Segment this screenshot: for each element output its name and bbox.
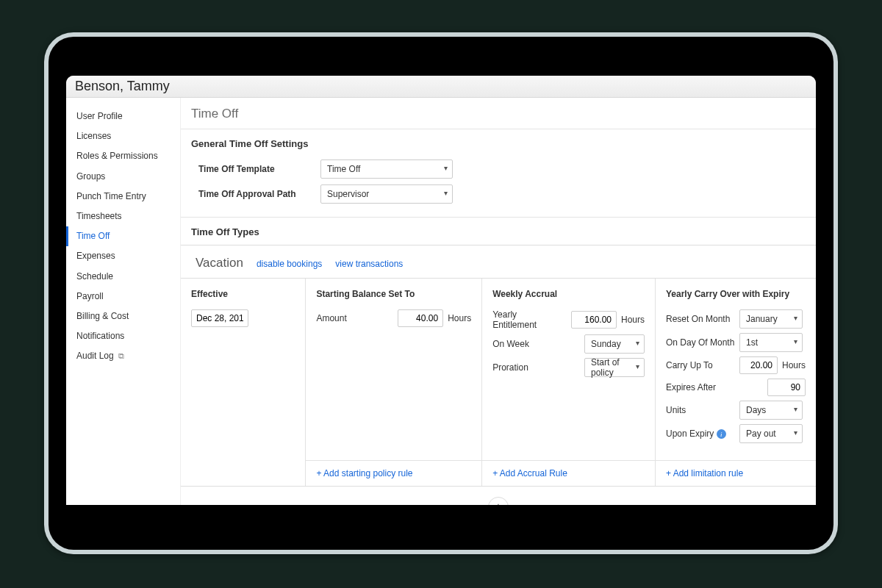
- amount-unit: Hours: [448, 313, 471, 323]
- title-bar: Benson, Tammy: [66, 76, 816, 98]
- upon-expiry-select[interactable]: Pay out: [739, 424, 803, 443]
- entitlement-unit: Hours: [621, 315, 645, 325]
- sidebar-item-notifications[interactable]: Notifications: [66, 326, 180, 346]
- effective-column: Effective: [181, 279, 306, 486]
- sidebar-item-roles-permissions[interactable]: Roles & Permissions: [66, 146, 180, 166]
- carryover-column: Yearly Carry Over with Expiry Reset On M…: [656, 279, 816, 486]
- external-link-icon: ⧉: [118, 350, 124, 363]
- entitlement-input[interactable]: [571, 311, 617, 329]
- approval-path-label: Time Off Approval Path: [198, 189, 313, 199]
- template-label: Time Off Template: [198, 164, 313, 174]
- carry-up-to-input[interactable]: [739, 356, 778, 374]
- vacation-title: Vacation: [196, 256, 243, 270]
- sidebar-item-punch-time-entry[interactable]: Punch Time Entry: [66, 187, 180, 207]
- entitlement-label: Yearly Entitlement: [492, 309, 560, 330]
- sidebar-item-audit-log[interactable]: Audit Log ⧉: [66, 346, 180, 366]
- upon-expiry-label: Upon Expiry i: [666, 429, 735, 440]
- amount-label: Amount: [316, 313, 346, 323]
- user-name: Benson, Tammy: [75, 79, 170, 94]
- day-of-month-select[interactable]: 1st: [739, 333, 803, 352]
- effective-date-input[interactable]: [191, 309, 248, 327]
- general-settings-heading: General Time Off Settings: [181, 129, 816, 157]
- page-title: Time Off: [181, 107, 816, 129]
- add-type-button[interactable]: +: [488, 497, 509, 505]
- day-of-month-label: On Day Of Month: [666, 337, 735, 348]
- reset-month-label: Reset On Month: [666, 314, 735, 324]
- sidebar-item-licenses[interactable]: Licenses: [66, 126, 180, 146]
- add-accrual-rule-link[interactable]: + Add Accrual Rule: [482, 460, 655, 486]
- accrual-column: Weekly Accrual Yearly Entitlement Hours …: [482, 279, 656, 486]
- template-select[interactable]: Time Off: [320, 159, 453, 179]
- approval-path-select[interactable]: Supervisor: [320, 184, 453, 204]
- sidebar-item-billing-cost[interactable]: Billing & Cost: [66, 306, 180, 326]
- expires-after-input[interactable]: [767, 379, 806, 396]
- reset-month-select[interactable]: January: [739, 309, 803, 329]
- vacation-panel: Vacation disable bookings view transacti…: [181, 245, 816, 505]
- sidebar: User Profile Licenses Roles & Permission…: [66, 98, 181, 505]
- disable-bookings-link[interactable]: disable bookings: [257, 259, 322, 269]
- units-label: Units: [666, 405, 735, 415]
- add-limitation-rule-link[interactable]: + Add limitation rule: [656, 460, 816, 486]
- onweek-label: On Week: [492, 339, 560, 349]
- starting-balance-column: Starting Balance Set To Amount Hours + A…: [306, 279, 482, 486]
- add-starting-rule-link[interactable]: + Add starting policy rule: [306, 460, 481, 486]
- sidebar-item-expenses[interactable]: Expenses: [66, 246, 180, 266]
- types-heading: Time Off Types: [181, 218, 816, 245]
- proration-select[interactable]: Start of policy: [584, 358, 645, 377]
- sidebar-item-schedule[interactable]: Schedule: [66, 267, 180, 287]
- sidebar-item-user-profile[interactable]: User Profile: [66, 107, 180, 126]
- app-screen: Benson, Tammy User Profile Licenses Role…: [66, 76, 816, 505]
- carry-up-to-unit: Hours: [782, 360, 806, 370]
- sidebar-item-payroll[interactable]: Payroll: [66, 287, 180, 306]
- main-panel: Time Off General Time Off Settings Time …: [181, 98, 816, 505]
- units-select[interactable]: Days: [739, 401, 803, 420]
- accrual-heading: Weekly Accrual: [492, 289, 645, 299]
- view-transactions-link[interactable]: view transactions: [335, 259, 403, 269]
- sidebar-item-time-off[interactable]: Time Off: [66, 226, 180, 246]
- onweek-select[interactable]: Sunday: [584, 334, 645, 354]
- carryover-heading: Yearly Carry Over with Expiry: [666, 289, 806, 299]
- amount-input[interactable]: [398, 309, 443, 327]
- carry-up-to-label: Carry Up To: [666, 360, 735, 370]
- sidebar-item-groups[interactable]: Groups: [66, 167, 180, 187]
- effective-heading: Effective: [191, 289, 295, 299]
- proration-label: Proration: [492, 362, 560, 373]
- starting-balance-heading: Starting Balance Set To: [316, 289, 471, 299]
- info-icon[interactable]: i: [717, 429, 726, 439]
- expires-after-label: Expires After: [666, 382, 735, 392]
- sidebar-item-timesheets[interactable]: Timesheets: [66, 207, 180, 226]
